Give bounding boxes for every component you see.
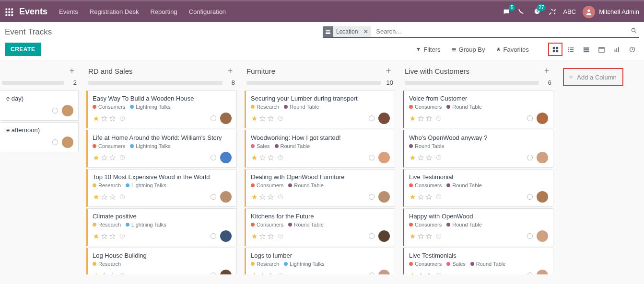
- kanban-card[interactable]: Climate positive ResearchLightning Talks: [86, 208, 237, 246]
- nav-events[interactable]: Events: [59, 8, 78, 15]
- phone-icon[interactable]: [514, 4, 529, 20]
- kanban-card[interactable]: Easy Way To Build a Wooden House Consume…: [86, 91, 237, 128]
- kanban-state-icon[interactable]: [211, 194, 216, 200]
- assignee-avatar-icon[interactable]: [378, 191, 390, 203]
- kanban-state-icon[interactable]: [52, 108, 58, 114]
- kanban-card[interactable]: Happy with OpenWood ConsumersRound Table: [403, 208, 553, 246]
- facet-remove-icon[interactable]: ✕: [361, 28, 371, 35]
- kanban-card[interactable]: e afternoon): [0, 122, 79, 152]
- priority-stars[interactable]: [93, 272, 116, 275]
- search-input[interactable]: [373, 26, 627, 37]
- favorites-dropdown[interactable]: Favorites: [496, 46, 529, 53]
- kanban-state-icon[interactable]: [369, 155, 375, 160]
- assignee-avatar-icon[interactable]: [378, 152, 390, 163]
- view-graph-button[interactable]: [609, 43, 624, 56]
- priority-stars[interactable]: [409, 193, 433, 201]
- kanban-card[interactable]: Woodworking: How I got started! SalesRou…: [245, 130, 395, 168]
- column-progress-bar[interactable]: [405, 81, 539, 85]
- priority-stars[interactable]: [251, 193, 274, 201]
- create-button[interactable]: CREATE: [5, 43, 41, 56]
- search-facet-location[interactable]: Location ✕: [323, 26, 371, 37]
- kanban-state-icon[interactable]: [527, 155, 533, 160]
- kanban-state-icon[interactable]: [369, 273, 375, 274]
- view-activity-button[interactable]: [625, 43, 639, 56]
- priority-stars[interactable]: [409, 154, 433, 161]
- kanban-state-icon[interactable]: [211, 273, 216, 274]
- user-menu[interactable]: Mitchell Admin: [583, 6, 639, 18]
- groupby-dropdown[interactable]: Group By: [451, 46, 485, 53]
- priority-stars[interactable]: [93, 115, 116, 122]
- kanban-card[interactable]: Kitchens for the Future ConsumersRound T…: [245, 208, 395, 246]
- kanban-card[interactable]: Log House Building Research: [86, 248, 237, 274]
- column-progress-bar[interactable]: [88, 81, 222, 85]
- activities-icon[interactable]: 27: [529, 4, 545, 20]
- kanban-card[interactable]: Voice from Customer ConsumersRound Table: [403, 91, 553, 128]
- search-icon[interactable]: [629, 27, 639, 35]
- assignee-avatar-icon[interactable]: [378, 230, 390, 242]
- assignee-avatar-icon[interactable]: [378, 270, 390, 274]
- kanban-card[interactable]: e day): [0, 91, 79, 121]
- brand[interactable]: Events: [19, 7, 47, 17]
- kanban-card[interactable]: Live Testimonial ConsumersRound Table: [403, 169, 553, 207]
- kanban-card[interactable]: Logs to lumber ResearchLightning Talks: [245, 248, 395, 274]
- column-progress-bar[interactable]: [246, 81, 381, 85]
- kanban-card[interactable]: Dealing with OpenWood Furniture Consumer…: [245, 169, 395, 207]
- column-progress-bar[interactable]: [2, 81, 64, 85]
- kanban-state-icon[interactable]: [527, 273, 533, 274]
- assignee-avatar-icon[interactable]: [220, 191, 232, 203]
- column-quick-create-icon[interactable]: +: [225, 66, 235, 76]
- column-title[interactable]: Furniture: [246, 67, 384, 75]
- view-form-button[interactable]: [579, 43, 593, 56]
- priority-stars[interactable]: [251, 272, 274, 275]
- kanban-state-icon[interactable]: [211, 115, 216, 121]
- kanban-state-icon[interactable]: [369, 194, 375, 200]
- priority-stars[interactable]: [409, 272, 433, 275]
- priority-stars[interactable]: [251, 233, 274, 240]
- kanban-state-icon[interactable]: [211, 233, 216, 239]
- priority-stars[interactable]: [251, 115, 274, 122]
- column-title[interactable]: RD and Sales: [88, 67, 225, 75]
- assignee-avatar-icon[interactable]: [220, 230, 232, 242]
- nav-reporting[interactable]: Reporting: [150, 8, 177, 15]
- assignee-avatar-icon[interactable]: [378, 113, 390, 124]
- assignee-avatar-icon[interactable]: [62, 136, 73, 148]
- apps-icon[interactable]: [5, 8, 13, 16]
- kanban-card[interactable]: Top 10 Most Expensive Wood in the World …: [86, 169, 237, 207]
- column-quick-create-icon[interactable]: +: [67, 66, 77, 76]
- kanban-state-icon[interactable]: [527, 115, 533, 121]
- assignee-avatar-icon[interactable]: [220, 113, 232, 124]
- view-list-button[interactable]: [563, 43, 578, 56]
- assignee-avatar-icon[interactable]: [537, 191, 548, 203]
- assignee-avatar-icon[interactable]: [62, 105, 73, 116]
- assignee-avatar-icon[interactable]: [220, 152, 232, 163]
- kanban-state-icon[interactable]: [369, 233, 375, 239]
- view-kanban-button[interactable]: [548, 43, 562, 56]
- assignee-avatar-icon[interactable]: [537, 270, 548, 274]
- kanban-state-icon[interactable]: [52, 139, 58, 145]
- kanban-card[interactable]: Who's OpenWood anyway ? Round Table: [403, 130, 553, 168]
- kanban-state-icon[interactable]: [527, 233, 533, 239]
- kanban-card[interactable]: Live Testimonials ConsumersSalesRound Ta…: [403, 248, 553, 274]
- priority-stars[interactable]: [93, 233, 116, 240]
- column-title[interactable]: Live with Customers: [405, 67, 542, 75]
- tools-icon[interactable]: [545, 4, 560, 20]
- assignee-avatar-icon[interactable]: [537, 113, 548, 124]
- column-quick-create-icon[interactable]: +: [542, 66, 551, 76]
- priority-stars[interactable]: [409, 115, 433, 122]
- add-column[interactable]: + Add a Column: [557, 62, 629, 274]
- kanban-state-icon[interactable]: [527, 194, 533, 200]
- assignee-avatar-icon[interactable]: [537, 230, 548, 242]
- kanban-state-icon[interactable]: [211, 155, 216, 160]
- column-quick-create-icon[interactable]: +: [384, 66, 393, 76]
- priority-stars[interactable]: [251, 154, 274, 161]
- debug-abc[interactable]: ABC: [563, 8, 576, 15]
- kanban-card[interactable]: Securing your Lumber during transport Re…: [245, 91, 395, 128]
- priority-stars[interactable]: [409, 233, 433, 240]
- nav-configuration[interactable]: Configuration: [189, 8, 226, 15]
- filters-dropdown[interactable]: Filters: [416, 46, 440, 53]
- kanban-state-icon[interactable]: [369, 115, 375, 121]
- view-calendar-button[interactable]: [594, 43, 609, 56]
- assignee-avatar-icon[interactable]: [537, 152, 548, 163]
- search-box[interactable]: Location ✕: [323, 26, 639, 38]
- priority-stars[interactable]: [93, 193, 116, 201]
